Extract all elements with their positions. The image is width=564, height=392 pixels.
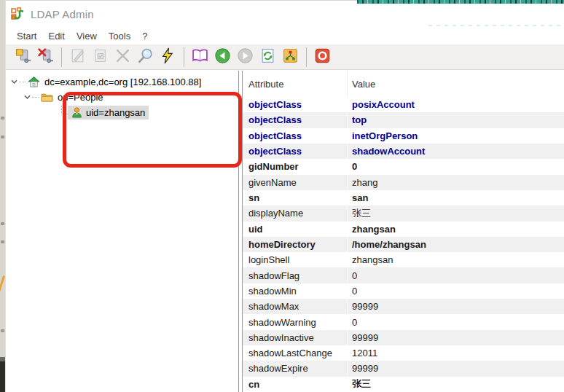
attribute-row[interactable]: gidNumber 0 — [243, 159, 564, 174]
attribute-value-cell: zhang — [348, 175, 564, 190]
attribute-panel: Attribute Value objectClass posixAccount… — [242, 71, 564, 392]
disconnect-button[interactable] — [34, 47, 57, 68]
delete-x-icon — [114, 47, 131, 66]
attribute-value-cell: 张三 — [348, 377, 564, 392]
background-dark-fragment — [0, 357, 5, 392]
attribute-row[interactable]: homeDirectory /home/zhangsan — [243, 237, 564, 252]
attribute-row[interactable]: sn san — [243, 190, 564, 205]
go-forward-button[interactable] — [234, 47, 256, 68]
search-button[interactable] — [134, 47, 157, 68]
attribute-row[interactable]: objectClass posixAccount — [243, 97, 564, 112]
menu-item[interactable]: Tools — [103, 29, 136, 43]
attribute-row[interactable]: loginShell zhangsan — [243, 252, 564, 267]
refresh-icon — [259, 47, 276, 66]
exit-button[interactable] — [311, 47, 334, 68]
window-title: LDAP Admin — [31, 8, 94, 20]
attribute-value-cell: 0 — [348, 314, 564, 329]
attribute-value-cell: 0 — [348, 267, 564, 283]
attribute-value-cell: shadowAccount — [348, 144, 564, 159]
attribute-value-cell: 99999 — [348, 330, 564, 345]
attribute-name-cell: shadowFlag — [243, 267, 348, 283]
attribute-row[interactable]: objectClass shadowAccount — [243, 144, 564, 159]
menu-item[interactable]: Edit — [42, 29, 70, 43]
background-text-fragment — [1, 329, 4, 332]
tree-item-label: dc=example,dc=org [192.168.100.88] — [42, 76, 203, 88]
attribute-row[interactable]: givenName zhang — [243, 175, 564, 190]
edit-attributes-button[interactable] — [89, 47, 111, 68]
attribute-name-cell: shadowLastChange — [243, 345, 348, 361]
attribute-row[interactable]: shadowInactive 99999 — [243, 330, 564, 345]
delete-entry-button[interactable] — [111, 47, 134, 68]
user-icon — [71, 106, 83, 119]
attribute-name-cell: givenName — [243, 175, 348, 190]
chevron-down-icon[interactable] — [10, 78, 18, 86]
attribute-value-cell: 99999 — [348, 361, 564, 376]
menu-item[interactable]: View — [71, 29, 103, 43]
power-exit-icon — [314, 47, 331, 66]
attribute-row[interactable]: objectClass inetOrgPerson — [243, 128, 564, 144]
titlebar[interactable]: LDAP Admin — [6, 1, 564, 27]
hierarchy-icon — [282, 47, 299, 66]
screen: LDAP Admin StartEditViewTools? — [0, 0, 564, 392]
attribute-row[interactable]: shadowWarning 0 — [243, 314, 564, 329]
tree-item-root[interactable]: dc=example,dc=org [192.168.100.88] — [6, 74, 238, 90]
attribute-name-cell: sn — [243, 190, 348, 205]
attribute-row[interactable]: objectClass top — [243, 112, 564, 128]
attribute-name-cell: objectClass — [243, 112, 348, 128]
forward-arrow-icon — [237, 47, 254, 66]
tree-connector — [32, 97, 39, 98]
tree-item-ou-people[interactable]: ou=People — [6, 90, 238, 105]
quick-search-button[interactable] — [157, 47, 179, 68]
attribute-row[interactable]: shadowExpire 99999 — [243, 361, 564, 376]
main-area: dc=example,dc=org [192.168.100.88] ou=Pe… — [6, 71, 564, 392]
pencil-icon — [69, 47, 86, 66]
tree-item-label: ou=People — [55, 91, 106, 103]
attribute-name-cell: shadowInactive — [243, 330, 348, 345]
refresh-button[interactable] — [256, 47, 279, 68]
value-column-header[interactable]: Value — [348, 79, 375, 90]
attribute-name-cell: shadowExpire — [243, 361, 348, 376]
attribute-name-cell: shadowMax — [243, 299, 348, 314]
chevron-down-icon[interactable] — [23, 93, 31, 101]
attribute-value-cell: top — [348, 112, 564, 128]
go-back-button[interactable] — [211, 47, 234, 68]
attribute-row[interactable]: cn 张三 — [243, 377, 564, 392]
tree-item-uid-zhangsan[interactable]: uid=zhangsan — [6, 105, 238, 120]
background-pencil-fragment — [0, 275, 5, 294]
attribute-value-cell: 0 — [348, 283, 564, 299]
menu-item[interactable]: Start — [11, 29, 42, 43]
background-text-fragment — [1, 240, 4, 243]
attribute-row[interactable]: shadowLastChange 12011 — [243, 345, 564, 361]
app-logo-icon — [11, 7, 25, 21]
connect-button[interactable] — [12, 47, 34, 68]
menu-item[interactable]: ? — [136, 29, 153, 43]
edit-entry-button[interactable] — [66, 47, 89, 68]
attribute-row[interactable]: uid zhangsan — [243, 222, 564, 237]
tree-item-label: uid=zhangsan — [85, 107, 147, 118]
attribute-name-cell: displayName — [243, 205, 348, 221]
attribute-value-cell: 99999 — [348, 299, 564, 314]
menubar: StartEditViewTools? — [6, 27, 564, 44]
attribute-row[interactable]: shadowMax 99999 — [243, 299, 564, 314]
background-window-left-sliver — [0, 0, 5, 392]
schema-browser-button[interactable] — [189, 47, 211, 68]
attribute-name-cell: cn — [243, 377, 348, 392]
attribute-table-header: Attribute Value — [243, 71, 564, 97]
attribute-row[interactable]: shadowFlag 0 — [243, 267, 564, 283]
disconnect-icon — [37, 47, 54, 66]
toolbar — [6, 44, 564, 70]
folder-icon — [41, 91, 53, 103]
attribute-row[interactable]: displayName 张三 — [243, 205, 564, 221]
lightning-icon — [160, 47, 176, 66]
attribute-table-body: objectClass posixAccount objectClass top… — [243, 97, 564, 392]
ldap-admin-window: LDAP Admin StartEditViewTools? — [5, 0, 564, 392]
attribute-name-cell: shadowMin — [243, 283, 348, 299]
attribute-column-header[interactable]: Attribute — [243, 71, 348, 97]
attribute-value-cell: inetOrgPerson — [348, 128, 564, 144]
export-tree-button[interactable] — [279, 47, 302, 68]
attribute-value-cell: san — [348, 190, 564, 205]
background-window-top-sliver — [357, 0, 564, 4]
attribute-row[interactable]: shadowMin 0 — [243, 283, 564, 299]
attribute-name-cell: objectClass — [243, 128, 348, 144]
attribute-name-cell: shadowWarning — [243, 314, 348, 329]
